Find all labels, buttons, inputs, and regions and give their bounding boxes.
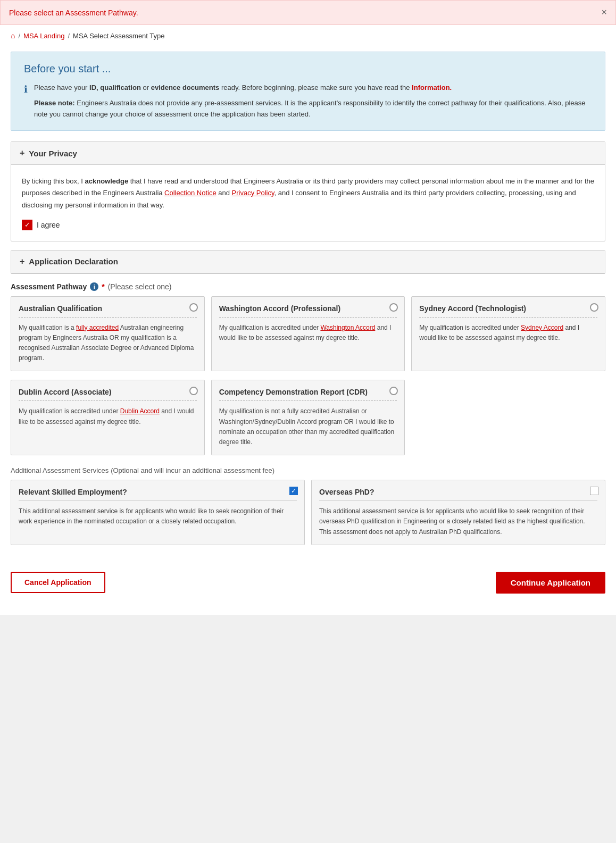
agree-checkbox-row: ✓ I agree	[22, 220, 594, 230]
privacy-bold: acknowledge	[85, 177, 129, 185]
assessment-pathway-label: Assessment Pathway i * (Please select on…	[11, 282, 605, 291]
rse-title: Relevant Skilled Employment?	[19, 488, 297, 501]
additional-services-label: Additional Assessment Services (Optional…	[11, 466, 605, 474]
phd-title: Overseas PhD?	[319, 488, 597, 501]
privacy-panel: + Your Privacy By ticking this box, I ac…	[11, 141, 605, 241]
alert-banner: Please select an Assessment Pathway. ×	[0, 0, 616, 25]
declaration-panel-header[interactable]: + Application Declaration	[11, 251, 605, 273]
info-note-bold: Please note:	[34, 99, 75, 107]
breadcrumb-current: MSA Select Assessment Type	[73, 32, 164, 40]
home-icon[interactable]: ⌂	[11, 31, 15, 40]
alert-close-button[interactable]: ×	[601, 7, 607, 18]
assessment-label-text: Assessment Pathway	[11, 282, 87, 291]
service-card-phd[interactable]: Overseas PhD? This additional assessment…	[311, 480, 605, 545]
card-sa-text: My qualification is accredited under Syd…	[419, 323, 597, 343]
breadcrumb-sep-1: /	[18, 32, 20, 40]
card-cdr-text: My qualification is not a fully accredit…	[219, 406, 397, 447]
info-box: Before you start ... ℹ Please have your …	[11, 52, 605, 131]
breadcrumb-msa-landing[interactable]: MSA Landing	[23, 32, 64, 40]
card-da-text: My qualification is accredited under Dub…	[19, 406, 197, 427]
info-line1-before: Please have your	[34, 84, 89, 91]
info-line1-bold2: evidence documents	[151, 84, 220, 91]
card-wa-text: My qualification is accredited under Was…	[219, 323, 397, 343]
card-washington-accord[interactable]: Washington Accord (Professional) My qual…	[211, 296, 405, 372]
card-sydney-accord[interactable]: Sydney Accord (Technologist) My qualific…	[411, 296, 605, 372]
card-cdr[interactable]: Competency Demonstration Report (CDR) My…	[211, 380, 405, 455]
pathway-cards-row2: Dublin Accord (Associate) My qualificati…	[11, 380, 605, 455]
additional-label-text: Additional Assessment Services	[11, 466, 109, 474]
info-line1-after: ready. Before beginning, please make sur…	[219, 84, 412, 91]
agree-checkbox[interactable]: ✓	[22, 220, 32, 230]
card-da-radio[interactable]	[189, 387, 198, 395]
privacy-policy-link[interactable]: Privacy Policy	[232, 189, 274, 197]
declaration-panel-label: Application Declaration	[29, 257, 118, 266]
breadcrumb: ⌂ / MSA Landing / MSA Select Assessment …	[0, 25, 616, 46]
privacy-text: By ticking this box, I acknowledge that …	[22, 176, 594, 211]
card-empty	[411, 380, 605, 455]
privacy-panel-body: By ticking this box, I acknowledge that …	[11, 165, 605, 240]
assessment-info-badge: i	[90, 282, 98, 291]
card-sa-radio[interactable]	[590, 303, 598, 312]
service-cards: ✓ Relevant Skilled Employment? This addi…	[11, 480, 605, 545]
privacy-and: and	[217, 189, 232, 197]
card-aq-title: Australian Qualification	[19, 304, 197, 318]
additional-services-section: Additional Assessment Services (Optional…	[11, 466, 605, 545]
assessment-required: *	[102, 282, 104, 291]
info-box-row: ℹ Please have your ID, qualification or …	[24, 82, 592, 120]
privacy-panel-icon: +	[20, 148, 24, 158]
additional-label-note: (Optional and will incur an additional a…	[111, 466, 274, 474]
card-da-title: Dublin Accord (Associate)	[19, 388, 197, 401]
info-line2-text: Engineers Australia does not provide any…	[34, 99, 586, 118]
button-row: Cancel Application Continue Application	[11, 561, 605, 599]
declaration-panel: + Application Declaration	[11, 250, 605, 274]
info-line1-bold: ID, qualification	[89, 84, 141, 91]
assessment-pathway-section: Assessment Pathway i * (Please select on…	[11, 282, 605, 456]
agree-label: I agree	[37, 221, 60, 229]
continue-application-button[interactable]: Continue Application	[496, 572, 605, 594]
assessment-select-one: (Please select one)	[108, 282, 172, 291]
phd-text: This additional assessment service is fo…	[319, 506, 597, 537]
card-sa-title: Sydney Accord (Technologist)	[419, 304, 597, 318]
info-link[interactable]: Information.	[412, 84, 452, 91]
card-aq-text: My qualification is a fully accredited A…	[19, 323, 197, 364]
info-box-title: Before you start ...	[24, 63, 592, 75]
rse-checkbox[interactable]: ✓	[289, 487, 298, 495]
privacy-panel-label: Your Privacy	[29, 149, 77, 158]
pathway-cards-row1: Australian Qualification My qualificatio…	[11, 296, 605, 372]
card-cdr-title: Competency Demonstration Report (CDR)	[219, 388, 397, 401]
alert-message: Please select an Assessment Pathway.	[9, 9, 138, 17]
card-dublin-accord[interactable]: Dublin Accord (Associate) My qualificati…	[11, 380, 205, 455]
info-line1-or: or	[141, 84, 151, 91]
card-wa-radio[interactable]	[389, 303, 398, 312]
privacy-before: By ticking this box, I	[22, 177, 85, 185]
page-wrapper: Please select an Assessment Pathway. × ⌂…	[0, 0, 616, 615]
card-wa-title: Washington Accord (Professional)	[219, 304, 397, 318]
info-circle-icon: ℹ	[24, 84, 28, 120]
service-card-rse[interactable]: ✓ Relevant Skilled Employment? This addi…	[11, 480, 305, 545]
collection-notice-link[interactable]: Collection Notice	[164, 189, 217, 197]
rse-text: This additional assessment service is fo…	[19, 506, 297, 527]
privacy-panel-header[interactable]: + Your Privacy	[11, 142, 605, 165]
card-australian-qualification[interactable]: Australian Qualification My qualificatio…	[11, 296, 205, 372]
main-content: Before you start ... ℹ Please have your …	[0, 46, 616, 615]
declaration-panel-icon: +	[20, 257, 24, 266]
phd-checkbox[interactable]	[590, 487, 598, 495]
breadcrumb-sep-2: /	[68, 32, 70, 40]
card-aq-radio[interactable]	[189, 303, 198, 312]
cancel-application-button[interactable]: Cancel Application	[11, 572, 105, 593]
info-box-text: Please have your ID, qualification or ev…	[34, 82, 592, 120]
